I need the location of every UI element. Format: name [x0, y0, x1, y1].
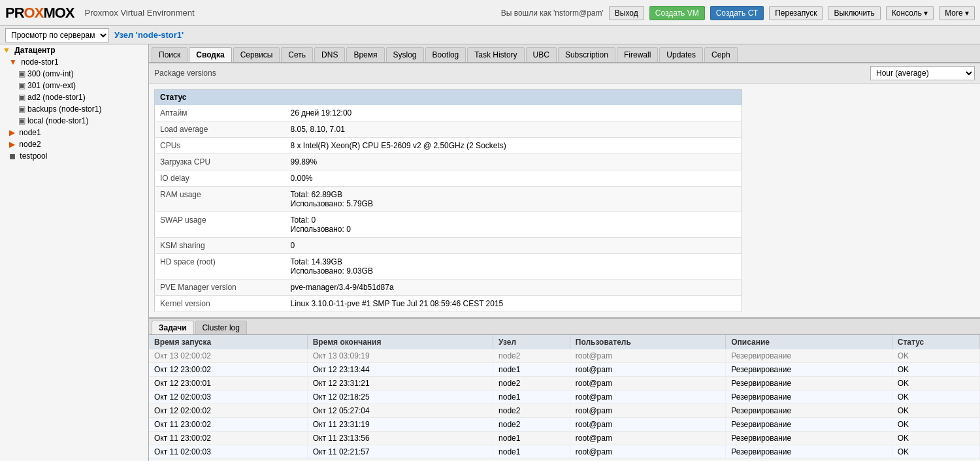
- bottom-tab-cluster-log[interactable]: Cluster log: [195, 321, 247, 334]
- task-status: OK: [892, 432, 979, 445]
- task-user: root@pam: [570, 377, 726, 390]
- sidebar-item-vm[interactable]: ▣300 (omv-int): [0, 68, 148, 80]
- status-value: 8.05, 8.10, 7.01: [286, 121, 742, 138]
- task-col-время-окончания: Время окончания: [307, 335, 493, 349]
- task-desc: Резервирование: [726, 349, 892, 363]
- main-layout: ▼ Датацентр ▼ node-stor1 ▣300 (omv-int)▣…: [0, 44, 980, 461]
- tab-syslog[interactable]: Syslog: [386, 47, 424, 62]
- status-row: KSM sharing0: [155, 238, 742, 254]
- sidebar-item-testpool[interactable]: ◼ testpool: [0, 150, 148, 162]
- status-value: 0.00%: [286, 170, 742, 187]
- task-start: Окт 11 02:00:03: [149, 445, 307, 459]
- view-select[interactable]: Просмотр по серверам: [5, 28, 109, 42]
- tab-сеть[interactable]: Сеть: [281, 47, 313, 62]
- task-desc: Резервирование: [726, 363, 892, 377]
- task-user: root@pam: [570, 404, 726, 418]
- sidebar-item-vm[interactable]: ▣backups (node-stor1): [0, 103, 148, 115]
- status-key: Аптайм: [155, 105, 286, 121]
- subheader: Просмотр по серверам Узел 'node-stor1': [0, 26, 980, 44]
- task-end: Окт 11 02:21:57: [307, 445, 493, 459]
- task-tbody: Окт 13 02:00:02 Окт 13 03:09:19 node2 ro…: [149, 349, 980, 459]
- task-node: node2: [493, 404, 570, 418]
- sidebar-item-vm[interactable]: ▣301 (omv-ext): [0, 80, 148, 91]
- node-title[interactable]: Узел 'node-stor1': [114, 30, 184, 40]
- task-row: Окт 12 23:00:01 Окт 12 23:31:21 node2 ro…: [149, 377, 980, 390]
- bottom-tab-задачи[interactable]: Задачи: [152, 321, 194, 334]
- sidebar-item-node-stor1[interactable]: ▼ node-stor1: [0, 56, 148, 68]
- status-value: pve-manager/3.4-9/4b51d87a: [286, 279, 742, 296]
- status-row: CPUs8 x Intel(R) Xeon(R) CPU E5-2609 v2 …: [155, 138, 742, 154]
- task-user: root@pam: [570, 349, 726, 363]
- vm-icon: ▣: [18, 93, 25, 102]
- tab-сводка[interactable]: Сводка: [189, 47, 231, 62]
- task-user: root@pam: [570, 432, 726, 445]
- panel: Package versions Hour (average) Статус А…: [149, 63, 980, 317]
- task-desc: Резервирование: [726, 377, 892, 390]
- tab-updates[interactable]: Updates: [659, 47, 703, 62]
- task-end: Окт 12 02:18:25: [307, 390, 493, 404]
- task-end: Окт 12 23:13:44: [307, 363, 493, 377]
- header: PROXMOX Proxmox Virtual Environment Вы в…: [0, 0, 980, 26]
- task-node: node1: [493, 432, 570, 445]
- restart-button[interactable]: Перезапуск: [769, 6, 823, 20]
- task-end: Окт 12 23:31:21: [307, 377, 493, 390]
- sidebar-item-datacenter[interactable]: ▼ Датацентр: [0, 44, 148, 56]
- create-ct-button[interactable]: Создать СТ: [710, 6, 764, 20]
- tab-ceph[interactable]: Ceph: [704, 47, 738, 62]
- pkg-label: Package versions: [154, 69, 216, 78]
- bottom-section: ЗадачиCluster log Время запускаВремя око…: [149, 317, 980, 461]
- tab-dns[interactable]: DNS: [314, 47, 345, 62]
- tab-subscription[interactable]: Subscription: [558, 47, 615, 62]
- time-select[interactable]: Hour (average): [870, 66, 975, 80]
- task-status: OK: [892, 390, 979, 404]
- sidebar-item-vm[interactable]: ▣local (node-stor1): [0, 115, 148, 127]
- vm-label: 300 (omv-int): [27, 69, 74, 78]
- tab-task-history[interactable]: Task History: [467, 47, 524, 62]
- status-key: SWAP usage: [155, 212, 286, 238]
- node1-expand-icon: ▶: [9, 128, 15, 137]
- status-key: CPUs: [155, 138, 286, 154]
- header-right: Вы вошли как 'nstorm@pam' Выход Создать …: [501, 6, 975, 20]
- create-vm-button[interactable]: Создать VM: [649, 6, 705, 20]
- task-node: node2: [493, 377, 570, 390]
- console-button[interactable]: Консоль ▾: [886, 6, 934, 20]
- status-row: Аптайм26 дней 19:12:00: [155, 105, 742, 121]
- status-row: SWAP usageTotal: 0Использовано: 0: [155, 212, 742, 238]
- task-start: Окт 12 23:00:01: [149, 377, 307, 390]
- task-start: Окт 11 23:00:02: [149, 418, 307, 432]
- server-expand-icon: ▼: [9, 57, 17, 67]
- status-key: HD space (root): [155, 254, 286, 279]
- status-key: RAM usage: [155, 187, 286, 212]
- tab-поиск[interactable]: Поиск: [152, 47, 188, 62]
- task-status: OK: [892, 445, 979, 459]
- task-start: Окт 11 23:00:02: [149, 432, 307, 445]
- bottom-tabs: ЗадачиCluster log: [149, 319, 980, 335]
- sidebar: ▼ Датацентр ▼ node-stor1 ▣300 (omv-int)▣…: [0, 44, 149, 461]
- vm-icon: ▣: [18, 81, 25, 90]
- sidebar-item-node1[interactable]: ▶ node1: [0, 127, 148, 138]
- task-row: Окт 11 23:00:02 Окт 11 23:31:19 node2 ro…: [149, 418, 980, 432]
- task-row: Окт 12 02:00:03 Окт 12 02:18:25 node1 ro…: [149, 390, 980, 404]
- task-desc: Резервирование: [726, 445, 892, 459]
- task-user: root@pam: [570, 390, 726, 404]
- shutdown-button[interactable]: Выключить: [828, 6, 880, 20]
- status-value: Total: 62.89GBИспользовано: 5.79GB: [286, 187, 742, 212]
- tab-firewall[interactable]: Firewall: [617, 47, 658, 62]
- status-tbody: Аптайм26 дней 19:12:00Load average8.05, …: [155, 105, 742, 312]
- more-button[interactable]: More ▾: [939, 6, 975, 20]
- vm-icon: ▣: [18, 69, 25, 78]
- sidebar-item-node2[interactable]: ▶ node2: [0, 138, 148, 150]
- sidebar-item-vm[interactable]: ▣ad2 (node-stor1): [0, 91, 148, 103]
- app-title: Proxmox Virtual Environment: [85, 8, 501, 18]
- task-desc: Резервирование: [726, 404, 892, 418]
- tab-ubc[interactable]: UBC: [526, 47, 557, 62]
- tab-время[interactable]: Время: [346, 47, 384, 62]
- task-scroll[interactable]: Время запускаВремя окончанияУзелПользова…: [149, 335, 980, 461]
- task-col-узел: Узел: [493, 335, 570, 349]
- task-col-время-запуска: Время запуска: [149, 335, 307, 349]
- tab-сервисы[interactable]: Сервисы: [233, 47, 280, 62]
- task-desc: Резервирование: [726, 390, 892, 404]
- status-container: Статус Аптайм26 дней 19:12:00Load averag…: [149, 84, 980, 317]
- tab-bootlog[interactable]: Bootlog: [425, 47, 466, 62]
- logout-button[interactable]: Выход: [609, 6, 644, 20]
